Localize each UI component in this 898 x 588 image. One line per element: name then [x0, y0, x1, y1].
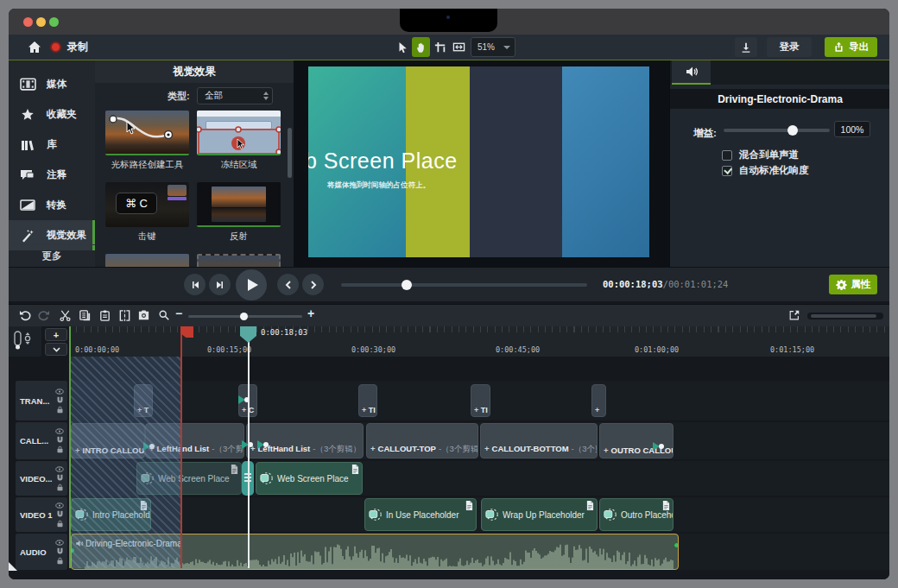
login-button[interactable]: 登录: [767, 37, 812, 57]
previous-clip-button[interactable]: [277, 274, 299, 295]
undo-button[interactable]: [19, 309, 32, 322]
track-audio[interactable]: Driving-Electronic-Drama: [69, 534, 889, 570]
track-transitions[interactable]: + T + C + TI + TI +: [69, 381, 889, 420]
track-header-transitions[interactable]: TRAN...: [16, 381, 67, 420]
transition-clip[interactable]: + TI: [358, 384, 377, 417]
eye-icon[interactable]: [55, 428, 64, 434]
callout-clip-bottom[interactable]: +CALLOUT-BOTTOM-（3个剪辑）: [480, 423, 598, 458]
selection-out-marker[interactable]: [180, 326, 182, 568]
checkbox-auto-normalize[interactable]: 自动标准化响度: [722, 164, 809, 177]
screenshot-button[interactable]: [137, 309, 150, 322]
effect-partial[interactable]: [105, 254, 189, 267]
track-video-2[interactable]: Web Screen Place Web Screen Place: [69, 461, 889, 496]
type-filter-select[interactable]: 全部: [197, 87, 273, 104]
zoom-out-button[interactable]: −: [175, 307, 182, 320]
close-window-button[interactable]: [23, 17, 33, 27]
checkbox-mix-to-mono[interactable]: 混合到单声道: [722, 149, 799, 161]
sidebar-item-media[interactable]: 媒体: [9, 69, 95, 99]
timeline-horizontal-scrollbar[interactable]: [807, 313, 883, 319]
lock-icon[interactable]: [56, 520, 64, 528]
clip-in-use-placeholder[interactable]: In Use Placeholder: [364, 498, 477, 531]
step-back-button[interactable]: [184, 274, 206, 295]
next-clip-button[interactable]: [302, 274, 324, 295]
track-header-callouts[interactable]: CALL...: [16, 422, 67, 459]
track-callouts[interactable]: +INTRO CALLOUT +LeftHand List-（3个剪辑） +Le…: [69, 422, 889, 459]
track-header-audio[interactable]: AUDIO: [16, 534, 67, 570]
eye-icon[interactable]: [55, 466, 64, 472]
fit-tool-button[interactable]: [450, 37, 468, 57]
record-button[interactable]: 录制: [50, 37, 88, 57]
keyframe-marker-icon[interactable]: [254, 439, 269, 450]
effect-partial[interactable]: [197, 254, 281, 267]
effect-cursor-path[interactable]: 光标路径创建工具: [105, 111, 189, 171]
redo-button[interactable]: [37, 309, 50, 322]
lock-icon[interactable]: [56, 557, 64, 565]
effect-freeze-region[interactable]: 冻结区域: [197, 111, 281, 171]
magnet-icon[interactable]: [56, 436, 64, 444]
timeline-zoom-slider[interactable]: [188, 315, 302, 318]
eye-icon[interactable]: [55, 503, 64, 509]
collapse-tracks-button[interactable]: [45, 343, 67, 356]
lock-icon[interactable]: [56, 484, 64, 491]
properties-toggle-button[interactable]: 属性: [829, 275, 877, 294]
sidebar-item-library[interactable]: 库: [9, 130, 95, 160]
timeline-zoom-knob[interactable]: [240, 313, 248, 320]
split-button[interactable]: [118, 309, 131, 322]
sidebar-item-transitions[interactable]: 转换: [9, 190, 95, 220]
sidebar-more-button[interactable]: 更多: [9, 244, 95, 267]
eye-icon[interactable]: [55, 540, 64, 546]
cursor-tool-button[interactable]: [393, 37, 411, 57]
transition-clip[interactable]: +: [591, 384, 606, 417]
cut-button[interactable]: [59, 309, 72, 322]
canvas-zoom-select[interactable]: 51%: [471, 37, 515, 57]
track-header-video-1[interactable]: VIDEO 1: [16, 497, 67, 532]
selection-in-marker[interactable]: [69, 326, 71, 568]
play-button[interactable]: [236, 269, 267, 300]
tab-audio-properties[interactable]: [672, 60, 711, 85]
pan-tool-button[interactable]: [412, 37, 430, 57]
download-button[interactable]: [735, 37, 757, 57]
lock-icon[interactable]: [56, 446, 64, 453]
keyframe-marker-icon[interactable]: [238, 439, 254, 450]
eye-icon[interactable]: [55, 389, 64, 395]
minimize-window-button[interactable]: [36, 17, 46, 27]
callout-clip-top[interactable]: +CALLOUT-TOP-（3个剪辑）: [366, 423, 478, 458]
magnet-icon[interactable]: [56, 474, 64, 482]
crop-tool-button[interactable]: [431, 37, 449, 57]
track-header-video-2[interactable]: VIDEO...: [16, 461, 67, 496]
playback-scrubber[interactable]: [341, 283, 587, 287]
lock-icon[interactable]: [56, 406, 64, 414]
effects-scrollbar[interactable]: [288, 128, 292, 178]
clip-web-screen-placeholder-right[interactable]: Web Screen Place: [256, 462, 363, 495]
paste-button[interactable]: [98, 309, 111, 322]
preview-stage[interactable]: b Screen Place 将媒体拖到时间轴的占位符上。: [308, 66, 649, 257]
gain-slider[interactable]: [724, 129, 830, 132]
zoom-in-button[interactable]: +: [307, 307, 314, 320]
sidebar-item-annotations[interactable]: 注释: [9, 160, 95, 190]
magnet-icon[interactable]: [56, 396, 64, 404]
keyframe-marker-icon[interactable]: [649, 441, 665, 452]
export-button[interactable]: 导出: [825, 37, 877, 57]
copy-button[interactable]: [79, 309, 92, 322]
effect-reflection[interactable]: 反射: [197, 182, 281, 243]
sidebar-item-favorites[interactable]: 收藏夹: [9, 99, 95, 130]
zoom-magnifier-icon[interactable]: [158, 309, 170, 321]
audio-gain-point[interactable]: [674, 542, 679, 548]
magnet-icon[interactable]: [56, 510, 64, 518]
clip-wrap-up-placeholder[interactable]: Wrap Up Placeholder: [481, 498, 598, 531]
checkbox-icon[interactable]: [722, 150, 732, 161]
home-button[interactable]: [24, 37, 45, 57]
clip-outro-placeholder[interactable]: Outro Placeholder: [599, 498, 674, 531]
effect-keystrokes[interactable]: ⌘ C 击键: [105, 182, 189, 243]
track-video-1[interactable]: Intro Placeholder In Use Placeholder Wra…: [69, 497, 889, 532]
gain-slider-knob[interactable]: [787, 125, 798, 136]
add-track-button[interactable]: +: [45, 328, 67, 341]
timeline-selection-region[interactable]: [71, 357, 181, 568]
detach-timeline-button[interactable]: [788, 309, 800, 321]
scrubber-knob[interactable]: [402, 280, 412, 290]
step-forward-button[interactable]: [209, 274, 231, 295]
transition-clip[interactable]: + TI: [471, 384, 490, 417]
magnet-icon[interactable]: [56, 547, 64, 555]
checkbox-icon[interactable]: [722, 166, 732, 176]
maximize-window-button[interactable]: [49, 17, 59, 27]
